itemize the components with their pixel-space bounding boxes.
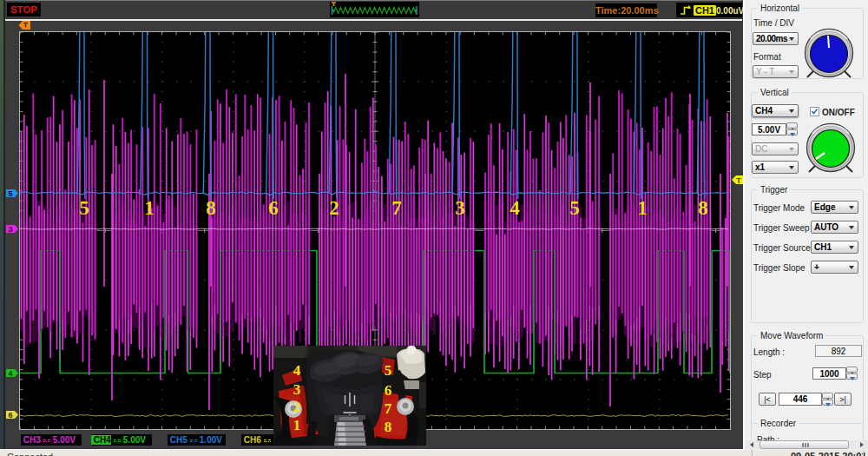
svg-text:8: 8 [206, 197, 216, 219]
svg-text:1: 1 [293, 417, 301, 433]
svg-text:5: 5 [569, 197, 580, 219]
svg-text:1: 1 [637, 197, 648, 219]
svg-text:2: 2 [329, 197, 339, 219]
svg-text:2: 2 [293, 399, 301, 415]
svg-text:5: 5 [385, 362, 392, 379]
svg-text:5: 5 [79, 197, 89, 219]
svg-text:T: T [736, 176, 741, 185]
svg-text:1: 1 [144, 197, 155, 219]
svg-text:8: 8 [385, 419, 392, 435]
svg-text:7: 7 [385, 400, 392, 417]
svg-text:5: 5 [8, 189, 12, 198]
svg-text:4: 4 [293, 362, 301, 379]
svg-text:4: 4 [510, 197, 520, 219]
svg-text:3: 3 [455, 197, 465, 219]
svg-text:3: 3 [8, 225, 12, 234]
svg-text:6: 6 [8, 411, 12, 420]
svg-text:6: 6 [385, 382, 392, 399]
svg-text:3: 3 [293, 381, 301, 398]
svg-text:8: 8 [698, 197, 708, 219]
svg-text:4: 4 [8, 369, 12, 378]
svg-text:6: 6 [268, 197, 279, 219]
svg-text:7: 7 [391, 197, 402, 219]
